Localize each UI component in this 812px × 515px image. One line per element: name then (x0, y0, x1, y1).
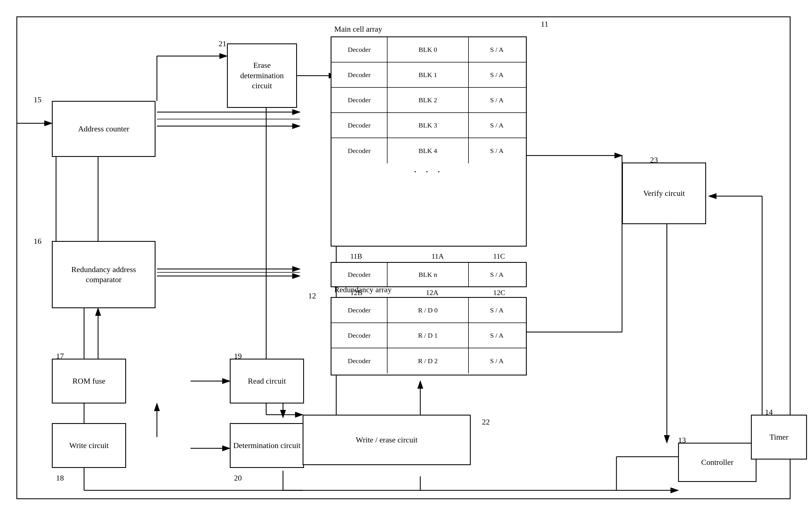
blkn-row: Decoder BLK n S / A (330, 262, 527, 287)
array-row-0: Decoder BLK 0 S / A (331, 37, 526, 62)
controller-label: Controller (701, 457, 733, 467)
blk-0: BLK 0 (387, 37, 469, 62)
array-row-2: Decoder BLK 2 S / A (331, 88, 526, 113)
redundancy-array-container: Redundancy array Decoder R / D 0 S / A D… (330, 297, 527, 375)
decoder-4: Decoder (331, 138, 387, 163)
write-erase-block: Write / erase circuit (302, 415, 471, 465)
controller-block: Controller (678, 443, 756, 482)
verify-circuit-block: Verify circuit (622, 163, 706, 224)
ref-14: 14 (765, 408, 773, 417)
blk-3: BLK 3 (387, 113, 469, 138)
ref-17: 17 (56, 352, 64, 361)
red-decoder-1: Decoder (331, 323, 387, 348)
dots-row: · · · (331, 163, 526, 180)
write-erase-label: Write / erase circuit (356, 435, 417, 445)
ref-22: 22 (482, 418, 490, 426)
diagram-container: 11 Main cell array Decoder BLK 0 S / A D… (0, 0, 812, 515)
red-row-1: Decoder R / D 1 S / A (331, 323, 526, 348)
main-cell-array-container: Main cell array Decoder BLK 0 S / A Deco… (330, 36, 527, 247)
label-12C: 12C (493, 289, 505, 297)
label-12B: 12B (350, 289, 362, 297)
dots: · · · (414, 166, 443, 178)
timer-label: Timer (770, 432, 788, 442)
decoder-1: Decoder (331, 62, 387, 87)
ref-18: 18 (56, 474, 64, 483)
label-12A: 12A (426, 289, 438, 297)
ref-12: 12 (308, 291, 316, 301)
sa-3: S / A (469, 113, 525, 138)
red-decoder-2: Decoder (331, 348, 387, 373)
sa-4: S / A (469, 138, 525, 163)
red-addr-comp-label: Redundancy address comparator (71, 264, 136, 285)
red-addr-comp-block: Redundancy address comparator (52, 241, 155, 308)
ref-15: 15 (34, 95, 41, 104)
ref-20: 20 (234, 474, 242, 483)
decoder-n: Decoder (331, 263, 387, 286)
label-11B: 11B (350, 252, 362, 261)
read-circuit-label: Read circuit (248, 376, 286, 386)
blk-n: BLK n (387, 263, 469, 286)
red-decoder-0: Decoder (331, 298, 387, 322)
red-row-0: Decoder R / D 0 S / A (331, 298, 526, 323)
write-circuit-block: Write circuit (52, 423, 126, 468)
sa-n: S / A (469, 263, 525, 286)
ref-11: 11 (541, 20, 548, 29)
array-row-4: Decoder BLK 4 S / A (331, 138, 526, 163)
sa-1: S / A (469, 62, 525, 87)
determination-block: Determination circuit (230, 423, 304, 468)
rd-1: R / D 1 (387, 323, 469, 348)
redundancy-array-label: Redundancy array (334, 285, 392, 294)
blk-1: BLK 1 (387, 62, 469, 87)
red-sa-0: S / A (469, 298, 525, 322)
red-sa-1: S / A (469, 323, 525, 348)
label-11A: 11A (432, 252, 444, 261)
red-sa-2: S / A (469, 348, 525, 373)
label-11C: 11C (493, 252, 505, 261)
ref-23: 23 (650, 155, 658, 165)
determination-label: Determination circuit (233, 440, 300, 451)
rd-0: R / D 0 (387, 298, 469, 322)
blk-4: BLK 4 (387, 138, 469, 163)
ref-21: 21 (219, 39, 226, 48)
blk-2: BLK 2 (387, 88, 469, 112)
sa-0: S / A (469, 37, 525, 62)
ref-16: 16 (34, 237, 41, 246)
erase-det-label: Erase determination circuit (240, 60, 284, 91)
decoder-3: Decoder (331, 113, 387, 138)
main-cell-array-label: Main cell array (334, 25, 382, 34)
verify-circuit-label: Verify circuit (643, 188, 685, 198)
read-circuit-block: Read circuit (230, 359, 304, 403)
address-counter-label: Address counter (78, 124, 129, 134)
ref-19: 19 (234, 352, 242, 361)
sa-2: S / A (469, 88, 525, 112)
erase-det-block: Erase determination circuit (227, 44, 297, 108)
array-row-3: Decoder BLK 3 S / A (331, 113, 526, 138)
address-counter-block: Address counter (52, 101, 155, 157)
rom-fuse-label: ROM fuse (72, 376, 105, 386)
red-row-2: Decoder R / D 2 S / A (331, 348, 526, 373)
array-row-1: Decoder BLK 1 S / A (331, 62, 526, 88)
decoder-0: Decoder (331, 37, 387, 62)
ref-13: 13 (678, 436, 686, 445)
timer-block: Timer (751, 415, 807, 460)
rd-2: R / D 2 (387, 348, 469, 373)
rom-fuse-block: ROM fuse (52, 359, 126, 403)
decoder-2: Decoder (331, 88, 387, 112)
write-circuit-label: Write circuit (69, 440, 109, 451)
